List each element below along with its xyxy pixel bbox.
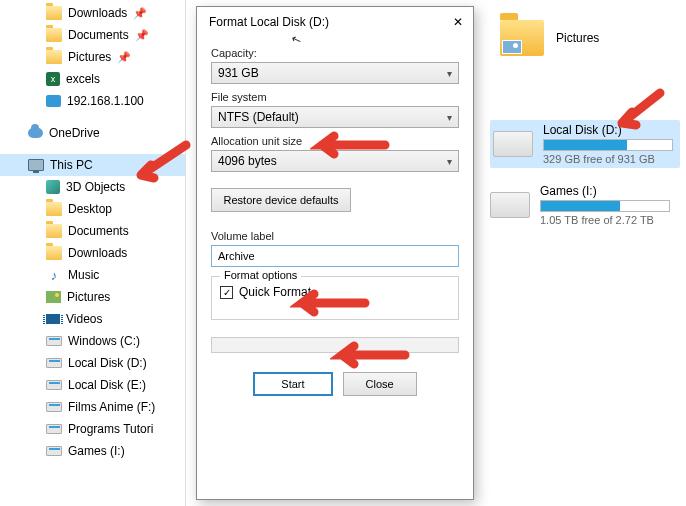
tree-documents[interactable]: Documents📌 [0,24,185,46]
quick-format-label: Quick Format [239,285,311,299]
tree-videos[interactable]: Videos [0,308,185,330]
drive-i-row[interactable]: Games (I:) 1.05 TB free of 2.72 TB [490,184,680,226]
tree-drive-f[interactable]: Films Anime (F:) [0,396,185,418]
drive-usage-bar [543,139,673,151]
tree-label: Games (I:) [68,444,125,458]
tree-drive-c[interactable]: Windows (C:) [0,330,185,352]
tree-documents2[interactable]: Documents [0,220,185,242]
format-options-label: Format options [220,269,301,281]
folder-icon [46,202,62,216]
folder-icon [46,246,62,260]
tree-network-loc[interactable]: 192.168.1.100 [0,90,185,112]
restore-defaults-button[interactable]: Restore device defaults [211,188,351,212]
allocation-label: Allocation unit size [211,135,459,147]
drive-name: Local Disk (D:) [543,123,673,137]
close-button[interactable]: ✕ [453,15,463,29]
cube-icon [46,180,60,194]
folder-icon [46,224,62,238]
format-options-group: Format options ✓ Quick Format [211,276,459,320]
allocation-value: 4096 bytes [218,154,277,168]
tree-label: Pictures [67,290,110,304]
nav-tree: Downloads📌 Documents📌 Pictures📌 xexcels … [0,0,185,506]
tree-label: 3D Objects [66,180,125,194]
drive-info: Games (I:) 1.05 TB free of 2.72 TB [540,184,670,226]
network-icon [46,95,61,107]
drive-icon [46,380,62,390]
tree-pictures2[interactable]: Pictures [0,286,185,308]
folder-icon [500,20,544,56]
tree-label: Documents [68,28,129,42]
tree-label: excels [66,72,100,86]
tree-label: Local Disk (D:) [68,356,147,370]
tree-label: Windows (C:) [68,334,140,348]
tree-label: Downloads [68,246,127,260]
tree-drive-d[interactable]: Local Disk (D:) [0,352,185,374]
tree-label: Music [68,268,99,282]
video-icon [46,314,60,324]
hdd-icon [490,192,530,218]
tree-label: Downloads [68,6,127,20]
tree-pictures[interactable]: Pictures📌 [0,46,185,68]
tree-label: Pictures [68,50,111,64]
music-icon: ♪ [46,268,62,283]
capacity-label: Capacity: [211,47,459,59]
excel-icon: x [46,72,60,86]
pin-icon: 📌 [135,29,149,42]
start-button[interactable]: Start [253,372,332,396]
tree-drive-e[interactable]: Local Disk (E:) [0,374,185,396]
drive-info: Local Disk (D:) 329 GB free of 931 GB [543,123,673,165]
tree-drive-programs[interactable]: Programs Tutori [0,418,185,440]
picture-icon [502,40,522,54]
tree-label: Desktop [68,202,112,216]
tree-onedrive[interactable]: OneDrive [0,122,185,144]
drive-icon [46,424,62,434]
dialog-title-text: Format Local Disk (D:) [209,15,329,29]
tree-label: Programs Tutori [68,422,153,436]
filesystem-value: NTFS (Default) [218,110,299,124]
volume-label-label: Volume label [211,230,459,242]
folder-icon [46,50,62,64]
tree-label: OneDrive [49,126,100,140]
tree-downloads[interactable]: Downloads📌 [0,2,185,24]
pc-icon [28,159,44,171]
tree-music[interactable]: ♪Music [0,264,185,286]
quick-format-checkbox[interactable]: ✓ Quick Format [220,285,450,299]
drive-free-text: 329 GB free of 931 GB [543,153,673,165]
folder-label: Pictures [556,31,599,45]
filesystem-select[interactable]: NTFS (Default) [211,106,459,128]
drive-icon [46,446,62,456]
pictures-folder[interactable]: Pictures [500,20,599,56]
drive-d-row[interactable]: Local Disk (D:) 329 GB free of 931 GB [490,120,680,168]
format-dialog: Format Local Disk (D:) ✕ ↖ Capacity: 931… [196,6,474,500]
capacity-select[interactable]: 931 GB [211,62,459,84]
checkbox-icon: ✓ [220,286,233,299]
tree-label: Documents [68,224,129,238]
close-button-footer[interactable]: Close [343,372,417,396]
tree-label: Local Disk (E:) [68,378,146,392]
allocation-select[interactable]: 4096 bytes [211,150,459,172]
hdd-icon [493,131,533,157]
tree-excels[interactable]: xexcels [0,68,185,90]
tree-3dobjects[interactable]: 3D Objects [0,176,185,198]
cloud-icon [28,128,43,138]
tree-this-pc[interactable]: This PC [0,154,185,176]
tree-desktop[interactable]: Desktop [0,198,185,220]
filesystem-label: File system [211,91,459,103]
tree-label: This PC [50,158,93,172]
tree-drive-i[interactable]: Games (I:) [0,440,185,462]
folder-icon [46,28,62,42]
capacity-value: 931 GB [218,66,259,80]
tree-label: 192.168.1.100 [67,94,144,108]
drive-free-text: 1.05 TB free of 2.72 TB [540,214,670,226]
progress-bar [211,337,459,353]
drive-icon [46,402,62,412]
drive-usage-bar [540,200,670,212]
tree-downloads2[interactable]: Downloads [0,242,185,264]
pin-icon: 📌 [133,7,147,20]
tree-label: Videos [66,312,102,326]
dialog-titlebar: Format Local Disk (D:) ✕ [197,7,473,39]
folder-icon [46,6,62,20]
tree-label: Films Anime (F:) [68,400,155,414]
volume-label-input[interactable] [211,245,459,267]
drive-icon [46,336,62,346]
